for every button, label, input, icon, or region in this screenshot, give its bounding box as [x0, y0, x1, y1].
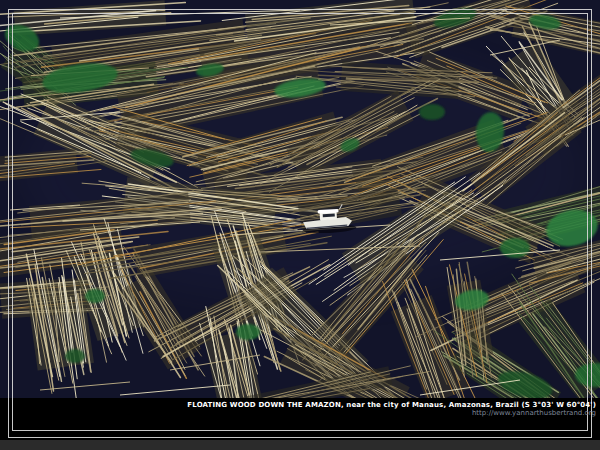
aerial-photo-amazon-log-rafts — [0, 0, 600, 450]
bottom-strip — [0, 440, 600, 450]
caption: FLOATING WOOD DOWN THE AMAZON, near the … — [187, 401, 596, 417]
vegetation-patch — [419, 104, 445, 120]
boat-windows — [323, 214, 335, 218]
wallpaper: FLOATING WOOD DOWN THE AMAZON, near the … — [0, 0, 600, 450]
vegetation-patch — [236, 324, 260, 340]
caption-title: FLOATING WOOD DOWN THE AMAZON, near the … — [187, 401, 596, 409]
vegetation-patch — [65, 349, 85, 363]
vegetation-patch — [85, 289, 105, 303]
caption-url: http://www.yannarthusbertrand.org — [187, 409, 596, 417]
